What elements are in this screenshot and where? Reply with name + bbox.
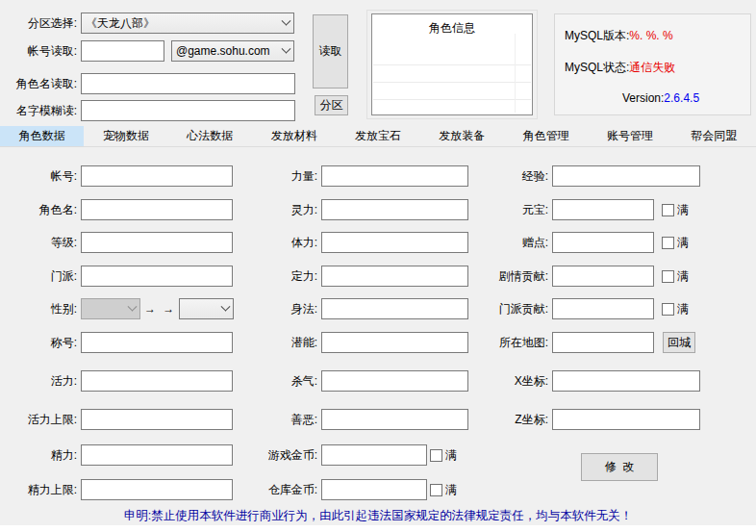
character-name-field[interactable] xyxy=(81,199,233,220)
mysql-status-value: 通信失败 xyxy=(629,61,675,74)
experience-label: 经验: xyxy=(467,165,548,187)
morality-label: 善恶: xyxy=(240,409,317,430)
account-read-input[interactable] xyxy=(81,40,164,62)
read-button[interactable]: 读取 xyxy=(313,14,348,89)
tab-account-management[interactable]: 账号管理 xyxy=(588,126,671,146)
partition-select-value: 《天龙八部》 xyxy=(86,15,279,32)
mysql-status-label: MySQL状态: xyxy=(565,61,629,74)
gender-to-select[interactable] xyxy=(179,298,234,319)
yuanbao-full-checkbox[interactable] xyxy=(662,204,674,216)
app-window: 分区选择: 《天龙八部》 帐号读取: @game.sohu.com 角色名读取:… xyxy=(0,0,756,532)
agility-field[interactable] xyxy=(321,298,468,319)
game-gold-full-checkbox[interactable] xyxy=(430,449,442,462)
sect-contribution-label: 门派贡献: xyxy=(467,298,548,319)
focus-field[interactable] xyxy=(321,266,468,287)
warehouse-gold-field[interactable] xyxy=(321,479,427,500)
chevron-down-icon xyxy=(282,15,291,25)
tab-bar: 角色数据 宠物数据 心法数据 发放材料 发放宝石 发放装备 角色管理 账号管理 … xyxy=(0,126,756,147)
warehouse-gold-label: 仓库金币: xyxy=(240,479,317,500)
partition-select[interactable]: 《天龙八部》 xyxy=(81,13,294,34)
x-coordinate-label: X坐标: xyxy=(467,370,548,392)
x-coordinate-field[interactable] xyxy=(552,370,700,392)
strength-label: 力量: xyxy=(240,165,317,187)
killing-intent-label: 杀气: xyxy=(240,370,317,392)
spirit-field[interactable] xyxy=(321,199,468,220)
sect-contribution-full-checkbox[interactable] xyxy=(662,303,674,316)
mysql-version-line: MySQL版本:%. %. % xyxy=(565,28,673,44)
full-label: 满 xyxy=(445,447,457,464)
energy-max-field[interactable] xyxy=(81,479,233,500)
fuzzy-read-input[interactable] xyxy=(81,100,295,121)
tab-character-management[interactable]: 角色管理 xyxy=(504,126,588,146)
bottom-strip xyxy=(0,525,756,532)
story-contribution-label: 剧情贡献: xyxy=(467,266,548,287)
vitality-max-label: 活力上限: xyxy=(0,409,77,430)
story-contribution-field[interactable] xyxy=(552,266,654,287)
list-column-divider xyxy=(515,34,516,113)
strength-field[interactable] xyxy=(321,165,468,187)
mysql-status-panel: MySQL版本:%. %. % MySQL状态:通信失败 Version:2.6… xyxy=(554,13,751,115)
game-gold-field[interactable] xyxy=(321,444,427,466)
experience-field[interactable] xyxy=(552,165,700,187)
character-info-list[interactable]: 角色信息 xyxy=(371,13,533,115)
mysql-version-value: %. %. % xyxy=(629,29,672,42)
gift-points-label: 赠点: xyxy=(467,232,548,253)
list-row-divider xyxy=(373,64,531,65)
gift-points-full-checkbox[interactable] xyxy=(662,237,674,249)
level-label: 等级: xyxy=(0,232,77,253)
title-label: 称号: xyxy=(0,332,77,353)
role-read-input[interactable] xyxy=(81,73,295,94)
tab-guild-alliance[interactable]: 帮会同盟 xyxy=(672,126,756,146)
vitality-field[interactable] xyxy=(81,370,233,392)
mysql-status-line: MySQL状态:通信失败 xyxy=(565,60,675,76)
agility-label: 身法: xyxy=(240,298,317,319)
app-version-value: 2.6.4.5 xyxy=(664,91,699,105)
character-info-header: 角色信息 xyxy=(372,20,532,37)
account-domain-select[interactable]: @game.sohu.com xyxy=(171,40,294,62)
tab-pet-data[interactable]: 宠物数据 xyxy=(84,126,167,146)
killing-intent-field[interactable] xyxy=(321,370,468,392)
account-field[interactable] xyxy=(81,165,233,187)
yuanbao-field[interactable] xyxy=(552,199,654,220)
tab-dispense-materials[interactable]: 发放材料 xyxy=(252,126,336,146)
current-map-field[interactable] xyxy=(552,332,654,353)
partition-select-label: 分区选择: xyxy=(0,13,77,34)
focus-label: 定力: xyxy=(240,266,317,287)
potential-field[interactable] xyxy=(321,332,468,353)
full-label: 满 xyxy=(677,235,689,251)
tab-dispense-equipment[interactable]: 发放装备 xyxy=(420,126,504,146)
chevron-down-icon xyxy=(221,301,231,311)
vitality-max-field[interactable] xyxy=(81,409,233,430)
z-coordinate-field[interactable] xyxy=(552,409,700,430)
title-field[interactable] xyxy=(81,332,233,353)
energy-field[interactable] xyxy=(81,444,233,466)
story-contribution-full-checkbox[interactable] xyxy=(662,270,674,283)
account-read-label: 帐号读取: xyxy=(0,40,77,62)
account-label: 帐号: xyxy=(0,165,77,187)
list-row-divider xyxy=(373,99,531,100)
tab-character-data[interactable]: 角色数据 xyxy=(0,126,84,146)
level-field[interactable] xyxy=(81,232,233,253)
chevron-down-icon xyxy=(282,43,291,53)
gift-points-field[interactable] xyxy=(552,232,654,253)
full-label: 满 xyxy=(677,301,689,317)
partition-button[interactable]: 分区 xyxy=(315,95,348,115)
gender-change-arrows: → → xyxy=(144,298,177,319)
fuzzy-read-label: 名字模糊读: xyxy=(0,100,77,121)
energy-max-label: 精力上限: xyxy=(0,479,77,500)
game-gold-label: 游戏金币: xyxy=(240,444,317,466)
return-city-button[interactable]: 回城 xyxy=(663,332,695,353)
tab-dispense-gems[interactable]: 发放宝石 xyxy=(336,126,419,146)
sect-contribution-field[interactable] xyxy=(552,298,654,319)
morality-field[interactable] xyxy=(321,409,468,430)
character-name-label: 角色名: xyxy=(0,199,77,220)
modify-button[interactable]: 修 改 xyxy=(581,453,658,481)
disclaimer-statement: 申明:禁止使用本软件进行商业行为，由此引起违法国家规定的法律规定责任，均与本软件… xyxy=(0,508,756,524)
app-version-label: Version: xyxy=(622,91,664,105)
warehouse-gold-full-checkbox[interactable] xyxy=(430,484,442,496)
tab-skill-data[interactable]: 心法数据 xyxy=(168,126,252,146)
role-read-label: 角色名读取: xyxy=(0,73,77,94)
gender-from-select xyxy=(81,298,140,319)
sect-field[interactable] xyxy=(81,266,233,287)
stamina-field[interactable] xyxy=(321,232,468,253)
